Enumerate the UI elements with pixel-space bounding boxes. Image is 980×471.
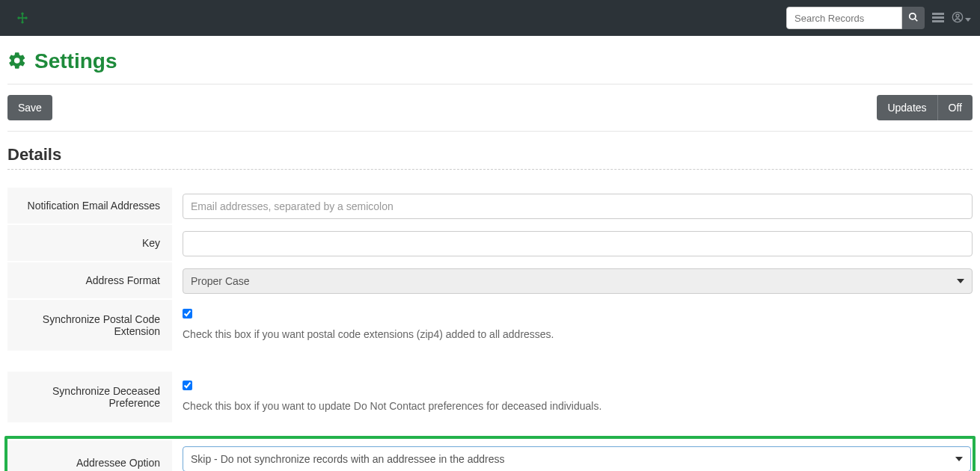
page-header: Settings (7, 43, 973, 84)
search-icon (908, 12, 919, 25)
save-button[interactable]: Save (7, 95, 52, 120)
svg-rect-8 (932, 13, 944, 15)
section-details-title: Details (7, 132, 973, 170)
label-key: Key (7, 225, 172, 261)
label-address-format: Address Format (7, 262, 172, 298)
top-navbar (0, 0, 980, 36)
addressee-option-select[interactable]: Skip - Do not synchronize records with a… (183, 446, 971, 471)
search-button[interactable] (902, 7, 925, 29)
svg-point-6 (910, 13, 916, 19)
app-logo-icon (15, 10, 30, 25)
sync-deceased-checkbox[interactable] (183, 381, 192, 390)
off-button[interactable]: Off (938, 95, 973, 120)
row-sync-deceased: Synchronize Deceased Preference Check th… (7, 372, 973, 422)
user-icon (952, 11, 964, 25)
svg-rect-9 (932, 16, 944, 19)
caret-down-icon (965, 12, 971, 24)
key-input[interactable] (183, 231, 973, 256)
label-sync-postal: Synchronize Postal Code Extension (7, 300, 172, 351)
row-address-format: Address Format Proper Case (7, 262, 973, 300)
svg-point-12 (956, 14, 959, 17)
address-format-select[interactable]: Proper Case (183, 268, 973, 294)
search-records (786, 7, 925, 29)
records-icon[interactable] (929, 7, 947, 29)
user-menu[interactable] (952, 11, 971, 25)
label-sync-deceased: Synchronize Deceased Preference (7, 372, 172, 422)
row-notification-email: Notification Email Addresses (7, 188, 973, 225)
label-addressee-option: Addressee Option (7, 440, 172, 471)
search-input[interactable] (786, 7, 902, 29)
svg-rect-5 (19, 17, 26, 19)
highlight-addressee-option: Addressee Option Skip - Do not synchroni… (4, 436, 976, 471)
help-sync-deceased: Check this box if you want to update Do … (183, 400, 973, 412)
svg-marker-13 (965, 18, 971, 22)
svg-line-7 (915, 18, 918, 21)
help-sync-postal: Check this box if you want postal code e… (183, 328, 973, 340)
notification-email-input[interactable] (183, 194, 973, 219)
updates-button[interactable]: Updates (877, 95, 937, 120)
svg-rect-10 (932, 20, 944, 22)
row-key: Key (7, 225, 973, 262)
actions-row: Save Updates Off (7, 84, 973, 132)
row-addressee-option: Addressee Option Skip - Do not synchroni… (7, 440, 971, 471)
gear-icon (7, 51, 27, 73)
sync-postal-checkbox[interactable] (183, 309, 192, 318)
row-sync-postal: Synchronize Postal Code Extension Check … (7, 300, 973, 351)
page-title: Settings (34, 49, 117, 73)
label-notification-email: Notification Email Addresses (7, 188, 172, 224)
